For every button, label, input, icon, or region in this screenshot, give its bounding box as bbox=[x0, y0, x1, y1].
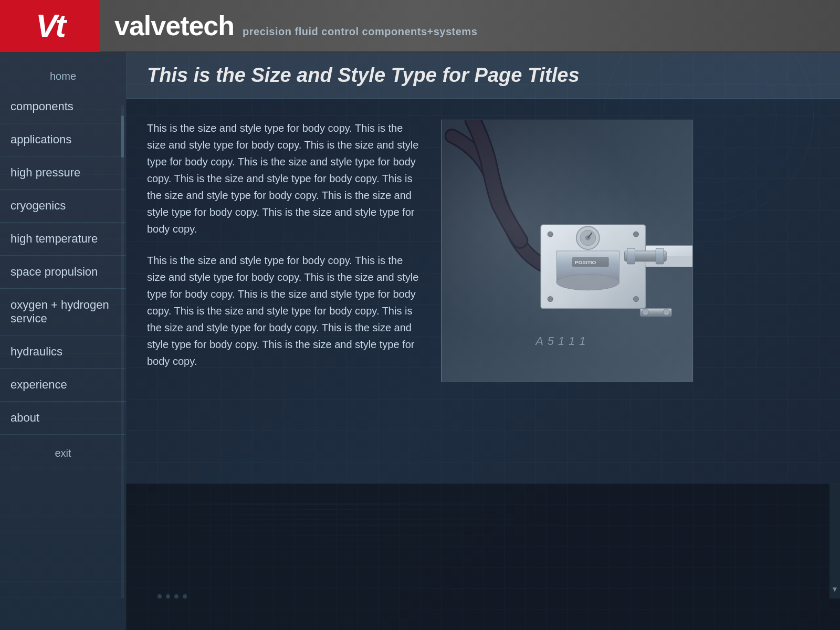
deco-lines bbox=[147, 499, 819, 545]
sidebar-item-experience[interactable]: experience bbox=[0, 369, 126, 402]
svg-point-3 bbox=[633, 232, 638, 237]
sidebar-scrollbar bbox=[121, 105, 124, 598]
body-paragraph-1: This is the size and style type for body… bbox=[147, 120, 420, 237]
deco-line-6 bbox=[147, 530, 416, 531]
deco-line-5 bbox=[248, 524, 584, 526]
image-panel: POSITIO bbox=[441, 120, 693, 467]
content-area: This is the Size and Style Type for Page… bbox=[126, 52, 840, 630]
sidebar-scroll-thumb bbox=[121, 116, 124, 158]
svg-line-16 bbox=[588, 233, 592, 238]
svg-point-14 bbox=[580, 230, 596, 246]
svg-rect-1 bbox=[541, 225, 645, 308]
svg-rect-0 bbox=[442, 120, 692, 382]
sidebar-item-oxygen-hydrogen[interactable]: oxygen + hydrogen service bbox=[0, 289, 126, 335]
deco-dot-2 bbox=[166, 594, 170, 598]
svg-rect-11 bbox=[572, 257, 609, 267]
sidebar-item-hydraulics[interactable]: hydraulics bbox=[0, 335, 126, 369]
svg-rect-9 bbox=[556, 251, 620, 282]
sidebar-item-space-propulsion[interactable]: space propulsion bbox=[0, 256, 126, 289]
deco-line-4 bbox=[147, 519, 617, 520]
svg-rect-17 bbox=[625, 251, 667, 261]
brand-text: valvetech precision fluid control compon… bbox=[100, 10, 477, 41]
deco-dot-4 bbox=[183, 594, 187, 598]
svg-text:A5111: A5111 bbox=[534, 334, 590, 348]
svg-point-22 bbox=[663, 309, 669, 316]
deco-dot-3 bbox=[174, 594, 178, 598]
svg-point-21 bbox=[642, 309, 648, 316]
bottom-decoration: ▼ bbox=[126, 483, 840, 630]
brand-name: valvetech bbox=[114, 10, 234, 41]
sidebar-item-high-pressure[interactable]: high pressure bbox=[0, 156, 126, 190]
sidebar: home components applications high pressu… bbox=[0, 52, 126, 630]
header: Vt valvetech precision fluid control com… bbox=[0, 0, 840, 52]
page-title: This is the Size and Style Type for Page… bbox=[147, 64, 819, 87]
svg-text:POSITIO: POSITIO bbox=[575, 259, 596, 265]
svg-rect-19 bbox=[656, 248, 664, 264]
svg-point-15 bbox=[585, 235, 591, 240]
deco-line-3 bbox=[181, 514, 416, 515]
logo-box: Vt bbox=[0, 0, 100, 52]
svg-point-5 bbox=[633, 297, 638, 302]
machinery-svg: POSITIO bbox=[442, 120, 692, 382]
svg-point-13 bbox=[576, 226, 600, 249]
sidebar-item-high-temperature[interactable]: high temperature bbox=[0, 223, 126, 256]
deco-dots bbox=[158, 594, 187, 598]
sidebar-nav: home components applications high pressu… bbox=[0, 52, 126, 467]
deco-line-8 bbox=[281, 540, 483, 541]
svg-rect-6 bbox=[645, 246, 692, 267]
deco-dot-1 bbox=[158, 594, 162, 598]
logo-icon: Vt bbox=[36, 9, 64, 42]
deco-line-1 bbox=[147, 503, 550, 505]
svg-rect-7 bbox=[645, 256, 692, 267]
text-content: This is the size and style type for body… bbox=[147, 120, 420, 467]
title-bar: This is the Size and Style Type for Page… bbox=[126, 52, 840, 99]
right-scrollbar[interactable]: ▼ bbox=[830, 483, 840, 598]
main-layout: home components applications high pressu… bbox=[0, 52, 840, 630]
sidebar-item-home[interactable]: home bbox=[0, 63, 126, 90]
sidebar-item-about[interactable]: about bbox=[0, 402, 126, 435]
svg-rect-18 bbox=[627, 248, 635, 264]
brand-tagline: precision fluid control components+syste… bbox=[243, 26, 477, 38]
svg-point-10 bbox=[556, 275, 620, 290]
sidebar-item-cryogenics[interactable]: cryogenics bbox=[0, 190, 126, 223]
deco-line-7 bbox=[181, 535, 617, 536]
body-paragraph-2: This is the size and style type for body… bbox=[147, 252, 420, 370]
machinery-image: POSITIO bbox=[441, 120, 693, 382]
svg-point-2 bbox=[548, 232, 553, 237]
deco-line-2 bbox=[214, 509, 517, 510]
sidebar-item-exit[interactable]: exit bbox=[0, 440, 126, 467]
sidebar-item-components[interactable]: components bbox=[0, 90, 126, 123]
sidebar-item-applications[interactable]: applications bbox=[0, 123, 126, 156]
svg-rect-20 bbox=[640, 309, 671, 317]
svg-point-4 bbox=[548, 297, 553, 302]
scroll-arrow-down-icon: ▼ bbox=[831, 585, 838, 593]
svg-point-8 bbox=[556, 251, 620, 282]
content-body: This is the size and style type for body… bbox=[126, 99, 840, 483]
